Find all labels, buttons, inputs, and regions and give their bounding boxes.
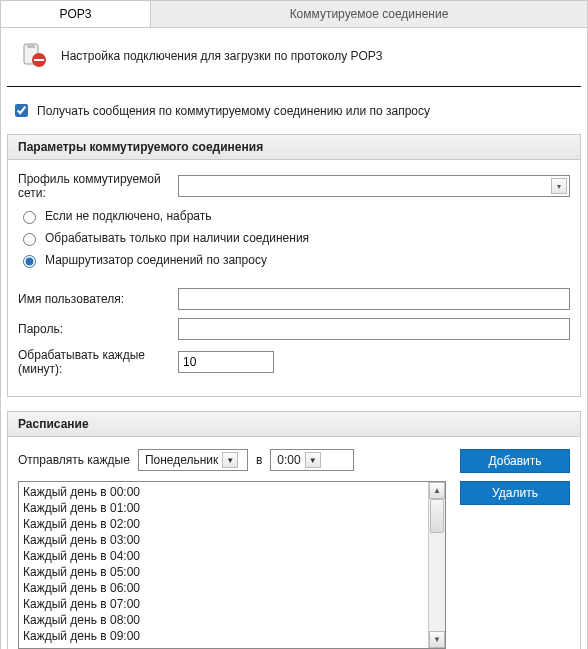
profile-select[interactable]: ▾ (178, 175, 570, 197)
delete-button[interactable]: Удалить (460, 481, 570, 505)
list-item[interactable]: Каждый день в 05:00 (23, 564, 441, 580)
interval-field[interactable] (178, 351, 274, 373)
day-select-value: Понедельник (145, 453, 218, 467)
scroll-down-icon[interactable]: ▼ (429, 631, 445, 648)
pop3-icon (19, 42, 47, 70)
dial-group: Параметры коммутируемого соединения Проф… (7, 134, 581, 397)
receive-on-demand-label: Получать сообщения по коммутируемому сое… (37, 104, 430, 118)
password-label: Пароль: (18, 322, 178, 336)
scroll-up-icon[interactable]: ▲ (429, 482, 445, 499)
at-word: в (256, 453, 262, 467)
svg-rect-1 (27, 44, 35, 48)
radio-process-when-connected-label: Обрабатывать только при наличии соединен… (45, 231, 309, 245)
time-select-value: 0:00 (277, 453, 300, 467)
username-field[interactable] (178, 288, 570, 310)
send-every-label: Отправлять каждые (18, 453, 130, 467)
divider (7, 86, 581, 87)
schedule-group: Расписание Отправлять каждые Понедельник… (7, 411, 581, 649)
tab-dialup[interactable]: Коммутируемое соединение (151, 1, 587, 27)
add-button[interactable]: Добавить (460, 449, 570, 473)
tab-bar: POP3 Коммутируемое соединение (0, 0, 588, 28)
receive-on-demand-checkbox[interactable] (15, 104, 28, 117)
profile-label: Профиль коммутируемой сети: (18, 172, 178, 200)
schedule-listbox[interactable]: Каждый день в 00:00Каждый день в 01:00Ка… (18, 481, 446, 649)
interval-label: Обрабатывать каждые (минут): (18, 348, 178, 376)
list-item[interactable]: Каждый день в 03:00 (23, 532, 441, 548)
chevron-down-icon: ▼ (305, 452, 321, 468)
page-title: Настройка подключения для загрузки по пр… (61, 49, 383, 63)
radio-dial-if-disconnected[interactable]: Если не подключено, набрать (18, 208, 570, 224)
password-field[interactable] (178, 318, 570, 340)
page-body: Настройка подключения для загрузки по пр… (0, 28, 588, 649)
receive-on-demand-check[interactable]: Получать сообщения по коммутируемому сое… (1, 101, 587, 134)
day-select[interactable]: Понедельник ▼ (138, 449, 248, 471)
list-item[interactable]: Каждый день в 01:00 (23, 500, 441, 516)
radio-demand-router-label: Маршрутизатор соединений по запросу (45, 253, 267, 267)
list-item[interactable]: Каждый день в 04:00 (23, 548, 441, 564)
radio-process-when-connected-input[interactable] (23, 233, 36, 246)
radio-process-when-connected[interactable]: Обрабатывать только при наличии соединен… (18, 230, 570, 246)
list-item[interactable]: Каждый день в 07:00 (23, 596, 441, 612)
dial-group-title: Параметры коммутируемого соединения (8, 135, 580, 160)
chevron-down-icon: ▾ (551, 178, 567, 194)
radio-dial-if-disconnected-input[interactable] (23, 211, 36, 224)
scrollbar[interactable]: ▲ ▼ (428, 482, 445, 648)
list-item[interactable]: Каждый день в 00:00 (23, 484, 441, 500)
list-item[interactable]: Каждый день в 08:00 (23, 612, 441, 628)
radio-demand-router-input[interactable] (23, 255, 36, 268)
radio-dial-if-disconnected-label: Если не подключено, набрать (45, 209, 211, 223)
time-select[interactable]: 0:00 ▼ (270, 449, 354, 471)
list-item[interactable]: Каждый день в 02:00 (23, 516, 441, 532)
page-header: Настройка подключения для загрузки по пр… (1, 28, 587, 86)
username-label: Имя пользователя: (18, 292, 178, 306)
scroll-thumb[interactable] (430, 499, 444, 533)
chevron-down-icon: ▼ (222, 452, 238, 468)
tab-pop3[interactable]: POP3 (1, 1, 151, 27)
schedule-controls: Отправлять каждые Понедельник ▼ в 0:00 ▼ (18, 449, 446, 471)
list-item[interactable]: Каждый день в 09:00 (23, 628, 441, 644)
radio-demand-router[interactable]: Маршрутизатор соединений по запросу (18, 252, 570, 268)
svg-rect-3 (34, 59, 44, 61)
list-item[interactable]: Каждый день в 06:00 (23, 580, 441, 596)
schedule-group-title: Расписание (8, 412, 580, 437)
